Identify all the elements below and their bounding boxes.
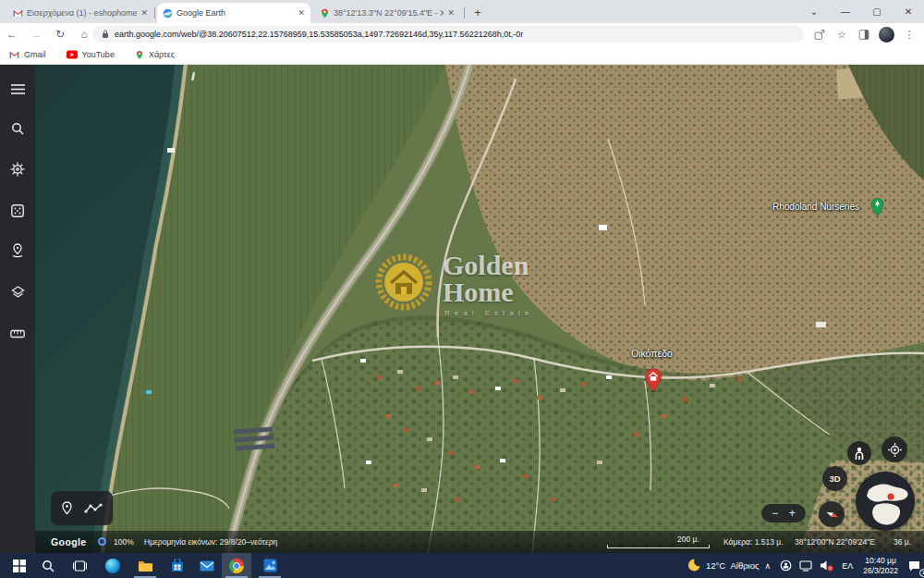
clock-time: 10:40 μμ [863, 556, 898, 566]
back-button[interactable]: ← [0, 28, 24, 41]
tab-close-icon[interactable]: ✕ [447, 8, 455, 18]
plot-pin-icon[interactable] [644, 368, 663, 393]
bookmark-label: YouTube [82, 50, 115, 59]
scale-label: 200 μ. [677, 535, 699, 544]
tab-close-icon[interactable]: ✕ [140, 8, 148, 18]
zoom-in-button[interactable]: + [789, 507, 796, 520]
clock[interactable]: 10:40 μμ 26/3/2022 [863, 556, 898, 575]
golden-home-watermark: Golden Home Real Estate [374, 252, 533, 317]
annotation-tools [51, 491, 113, 525]
address-bar[interactable]: earth.google.com/web/@38.20607512,22.157… [92, 26, 804, 43]
new-tab-button[interactable]: + [469, 5, 486, 21]
file-explorer-taskbar-icon[interactable] [130, 553, 160, 578]
stream-progress-icon [98, 537, 106, 546]
language-indicator[interactable]: ΕΛ [842, 561, 853, 571]
draw-path-icon[interactable] [84, 502, 103, 514]
chrome-icon [229, 559, 244, 573]
profile-chevron-icon[interactable]: ⌄ [798, 6, 830, 17]
gmail-icon [9, 50, 19, 60]
tab-google-earth[interactable]: Google Earth ✕ [157, 3, 310, 23]
minimize-button[interactable]: — [830, 6, 861, 17]
browser-menu-icon[interactable]: ⋮ [898, 29, 920, 41]
forward-button[interactable]: → [24, 28, 48, 41]
map-style-button[interactable] [0, 278, 35, 306]
tab-gmail[interactable]: Εισερχόμενα (1) - eshophomesp ✕ [7, 3, 153, 23]
compass-needle-icon [824, 507, 840, 523]
map-viewport[interactable]: Golden Home Real Estate Rhodoland Nurser… [35, 65, 924, 553]
google-earth-icon [163, 8, 173, 18]
chrome-taskbar-icon[interactable] [222, 553, 251, 578]
notification-badge: 1 [919, 569, 924, 577]
bookmark-gmail[interactable]: Gmail [9, 50, 46, 60]
search-button[interactable] [0, 115, 35, 142]
desktop-screen: Εισερχόμενα (1) - eshophomesp ✕ Google E… [0, 0, 924, 578]
tab-maps-coordinates[interactable]: 38°12'13.3"N 22°09'15.4"E - Χάρ ✕ [314, 3, 460, 23]
close-window-button[interactable]: ✕ [893, 6, 924, 17]
start-button[interactable] [5, 553, 34, 578]
menu-button[interactable] [0, 75, 35, 103]
crosshair-icon [888, 443, 902, 457]
zoom-out-button[interactable]: − [772, 507, 778, 520]
maximize-button[interactable]: ▢ [861, 6, 893, 17]
tab-title: 38°12'13.3"N 22°09'15.4"E - Χάρ [334, 8, 444, 18]
voyager-button[interactable] [0, 155, 35, 183]
bookmark-star-icon[interactable]: ☆ [831, 29, 853, 41]
google-maps-pin-icon [135, 50, 144, 60]
feeling-lucky-button[interactable] [0, 197, 35, 225]
weather-text[interactable]: 12°C Αίθριος [706, 560, 760, 571]
add-placemark-icon[interactable] [61, 501, 73, 516]
store-taskbar-icon[interactable] [163, 553, 192, 578]
photos-taskbar-icon[interactable] [255, 553, 285, 578]
clock-date: 26/3/2022 [863, 566, 898, 576]
layers-icon [11, 286, 25, 300]
earth-sidebar [0, 65, 35, 553]
network-icon[interactable] [799, 560, 812, 572]
weather-moon-icon[interactable] [687, 559, 700, 572]
folder-icon [138, 560, 153, 572]
placemark-label-plot[interactable]: Οικόπεδο [631, 348, 673, 359]
my-location-button[interactable] [881, 437, 907, 462]
compass-button[interactable] [819, 501, 845, 527]
nursery-pin-icon[interactable] [870, 198, 884, 217]
toggle-3d-button[interactable]: 3D [822, 466, 847, 491]
edge-icon [105, 559, 120, 573]
tab-separator [464, 7, 465, 18]
poi-label-rhodoland[interactable]: Rhodoland Nurseries [772, 202, 859, 212]
dice-icon [11, 204, 24, 217]
reload-button[interactable]: ↻ [48, 28, 72, 41]
bookmarks-bar: Gmail YouTube Χάρτες [0, 45, 924, 65]
profile-avatar[interactable] [879, 27, 894, 43]
bookmark-maps[interactable]: Χάρτες [135, 50, 175, 60]
bookmark-youtube[interactable]: YouTube [67, 50, 115, 59]
bookmark-label: Gmail [24, 50, 46, 59]
side-panel-icon[interactable] [853, 29, 875, 41]
mail-icon [200, 560, 214, 572]
watermark-title: Home [443, 279, 533, 306]
tray-expand-icon[interactable]: ∧ [765, 561, 772, 571]
meet-now-icon[interactable] [780, 560, 792, 572]
measure-button[interactable] [0, 320, 35, 348]
camera-altitude: Κάμερα: 1.513 μ. [723, 537, 784, 547]
gmail-icon [13, 8, 23, 18]
edge-taskbar-icon[interactable] [98, 553, 128, 578]
pegman-icon [854, 447, 865, 461]
notification-icon [908, 560, 920, 572]
action-center-button[interactable]: 1 [904, 553, 924, 578]
tab-close-icon[interactable]: ✕ [298, 8, 305, 18]
pegman-button[interactable] [847, 441, 871, 465]
task-view-button[interactable] [65, 553, 94, 578]
taskbar-search-button[interactable] [33, 553, 63, 578]
mail-taskbar-icon[interactable] [192, 553, 222, 578]
google-earth-app: Golden Home Real Estate Rhodoland Nurser… [0, 65, 924, 553]
volume-muted-icon[interactable] [820, 560, 833, 572]
ship-helm-icon [10, 162, 25, 177]
placemark-pin-icon [11, 243, 24, 258]
toolbar-actions: ☆ ⋮ [808, 23, 920, 45]
watermark-subtitle: Real Estate [443, 309, 533, 317]
tab-title: Google Earth [176, 8, 294, 18]
share-icon[interactable] [808, 29, 831, 41]
projects-button[interactable] [0, 237, 35, 264]
system-tray: 12°C Αίθριος ∧ ΕΛ 10:40 μμ 26/3/2022 1 [687, 553, 924, 578]
browser-toolbar: ← → ↻ ⌂ earth.google.com/web/@38.2060751… [0, 23, 924, 45]
globe-overview-button[interactable] [856, 472, 915, 531]
